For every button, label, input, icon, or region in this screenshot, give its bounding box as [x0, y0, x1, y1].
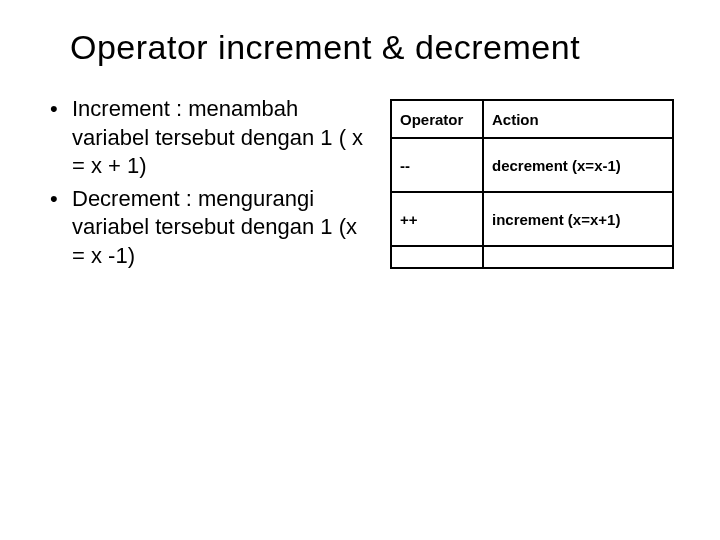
table-row: ++ increment (x=x+1): [391, 192, 673, 246]
bullet-item: Increment : menambah variabel tersebut d…: [50, 95, 365, 181]
cell-action: increment (x=x+1): [483, 192, 673, 246]
cell-operator: --: [391, 138, 483, 192]
cell-action: decrement (x=x-1): [483, 138, 673, 192]
bullet-list: Increment : menambah variabel tersebut d…: [40, 95, 365, 275]
slide-body: Increment : menambah variabel tersebut d…: [40, 95, 680, 275]
bullet-item: Decrement : mengurangi variabel tersebut…: [50, 185, 365, 271]
table-row-empty: [391, 246, 673, 268]
cell-empty: [483, 246, 673, 268]
slide: Operator increment & decrement Increment…: [0, 0, 720, 540]
table-row: -- decrement (x=x-1): [391, 138, 673, 192]
cell-operator: ++: [391, 192, 483, 246]
operator-table: Operator Action -- decrement (x=x-1) ++ …: [390, 99, 674, 269]
operator-table-container: Operator Action -- decrement (x=x-1) ++ …: [390, 99, 674, 269]
table-header-row: Operator Action: [391, 100, 673, 138]
slide-title: Operator increment & decrement: [70, 28, 680, 67]
cell-empty: [391, 246, 483, 268]
table-header-action: Action: [483, 100, 673, 138]
table-header-operator: Operator: [391, 100, 483, 138]
